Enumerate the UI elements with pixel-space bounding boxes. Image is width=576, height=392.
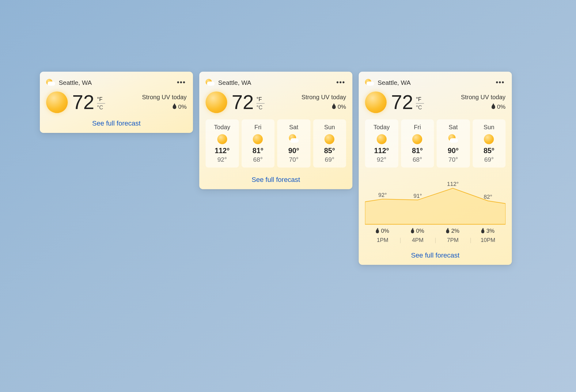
unit-toggle[interactable]: °F °C	[416, 96, 424, 111]
hourly-temp: 91°	[400, 193, 435, 199]
temperature-value: 72	[232, 92, 254, 112]
drop-icon	[332, 104, 336, 109]
day-low: 70°	[279, 156, 309, 163]
more-options-button[interactable]: •••	[495, 79, 506, 86]
day-low: 68°	[243, 156, 273, 163]
temperature-value: 72	[72, 92, 94, 112]
partly-cloudy-icon	[289, 134, 299, 144]
day-high: 112°	[367, 147, 396, 155]
day-high: 90°	[279, 147, 309, 155]
widget-header: Seattle, WA •••	[46, 78, 187, 87]
more-options-button[interactable]: •••	[335, 79, 346, 86]
day-high: 85°	[474, 147, 504, 155]
day-tile[interactable]: Sun85°69°	[313, 119, 346, 168]
unit-fahrenheit[interactable]: °F	[256, 96, 264, 102]
unit-toggle[interactable]: °F °C	[97, 96, 105, 111]
sunny-icon	[46, 92, 68, 113]
day-tile[interactable]: Today112°92°	[206, 119, 239, 168]
see-full-forecast-link[interactable]: See full forecast	[411, 251, 460, 259]
hourly-temp: 112°	[435, 181, 471, 187]
unit-celsius[interactable]: °C	[256, 104, 264, 111]
sunny-icon	[377, 134, 386, 144]
precip-now: 0%	[492, 103, 506, 110]
current-conditions: 72 °F °C Strong UV today 0%	[206, 92, 346, 113]
sunny-icon	[484, 134, 494, 144]
more-options-button[interactable]: •••	[176, 79, 187, 86]
unit-celsius[interactable]: °C	[416, 104, 424, 111]
location-label: Seattle, WA	[378, 79, 491, 86]
partly-cloudy-icon	[448, 134, 458, 144]
weather-app-icon	[46, 78, 55, 87]
unit-fahrenheit[interactable]: °F	[416, 96, 424, 102]
sunny-icon	[217, 134, 227, 144]
drop-icon	[411, 229, 414, 233]
hourly-precip: 0%	[365, 228, 400, 234]
hourly-column: 82°3%10PM	[470, 176, 506, 243]
precip-now: 0%	[173, 103, 187, 110]
precip-now: 0%	[332, 103, 346, 110]
hourly-temp: 82°	[470, 194, 506, 200]
hourly-precip: 3%	[470, 228, 506, 234]
day-low: 69°	[474, 156, 504, 163]
hourly-temp: 92°	[365, 192, 400, 198]
day-low: 69°	[315, 156, 344, 163]
day-tile[interactable]: Sun85°69°	[472, 119, 506, 168]
sunny-icon	[253, 134, 263, 144]
see-full-forecast-link[interactable]: See full forecast	[92, 119, 141, 127]
day-high: 112°	[207, 147, 237, 155]
hourly-time: 1PM	[365, 237, 400, 243]
uv-warning: Strong UV today	[461, 94, 506, 100]
sunny-icon	[324, 134, 334, 144]
day-high: 81°	[403, 147, 432, 155]
uv-warning: Strong UV today	[142, 94, 187, 100]
day-label: Sat	[438, 124, 468, 131]
hourly-time: 7PM	[435, 237, 471, 243]
drop-icon	[376, 229, 379, 233]
see-full-forecast-link[interactable]: See full forecast	[252, 176, 300, 183]
drop-icon	[481, 229, 484, 233]
temperature: 72 °F °C	[391, 92, 424, 112]
hourly-column: 91°0%4PM	[400, 176, 435, 243]
day-low: 70°	[438, 156, 468, 163]
sunny-icon	[412, 134, 422, 144]
day-tile[interactable]: Sat90°70°	[277, 119, 310, 168]
day-low: 68°	[403, 156, 432, 163]
current-conditions: 72 °F °C Strong UV today 0%	[46, 92, 187, 113]
uv-warning: Strong UV today	[301, 94, 346, 100]
location-label: Seattle, WA	[59, 79, 172, 86]
unit-toggle[interactable]: °F °C	[256, 96, 264, 111]
daily-forecast: Today112°92°Fri81°68°Sat90°70°Sun85°69°	[206, 119, 346, 168]
hourly-time: 10PM	[470, 237, 506, 243]
day-label: Sat	[279, 124, 309, 131]
day-low: 92°	[207, 156, 237, 163]
weather-widget-medium: Seattle, WA ••• 72 °F °C Strong UV today…	[199, 72, 352, 189]
day-label: Fri	[403, 124, 432, 131]
precip-value: 0%	[497, 103, 506, 110]
hourly-column: 92°0%1PM	[365, 176, 400, 243]
day-label: Fri	[243, 124, 273, 131]
unit-fahrenheit[interactable]: °F	[97, 96, 105, 102]
drop-icon	[492, 104, 495, 109]
day-low: 92°	[367, 156, 396, 163]
unit-celsius[interactable]: °C	[97, 104, 105, 111]
day-label: Today	[207, 124, 237, 131]
drop-icon	[446, 229, 449, 233]
sunny-icon	[365, 92, 387, 113]
daily-forecast: Today112°92°Fri81°68°Sat90°70°Sun85°69°	[365, 119, 506, 168]
weather-app-icon	[206, 78, 214, 87]
precip-value: 0%	[178, 103, 187, 110]
sunny-icon	[206, 92, 227, 113]
drop-icon	[173, 104, 176, 109]
weather-app-icon	[365, 78, 374, 87]
day-tile[interactable]: Today112°92°	[365, 119, 398, 168]
day-high: 90°	[438, 147, 468, 155]
location-label: Seattle, WA	[218, 79, 332, 86]
temperature-value: 72	[391, 92, 413, 112]
day-tile[interactable]: Sat90°70°	[437, 119, 470, 168]
day-tile[interactable]: Fri81°68°	[401, 119, 434, 168]
day-tile[interactable]: Fri81°68°	[241, 119, 275, 168]
widget-header: Seattle, WA •••	[206, 78, 346, 87]
hourly-precip: 2%	[435, 228, 471, 234]
widget-header: Seattle, WA •••	[365, 78, 506, 87]
day-label: Sun	[474, 124, 504, 131]
